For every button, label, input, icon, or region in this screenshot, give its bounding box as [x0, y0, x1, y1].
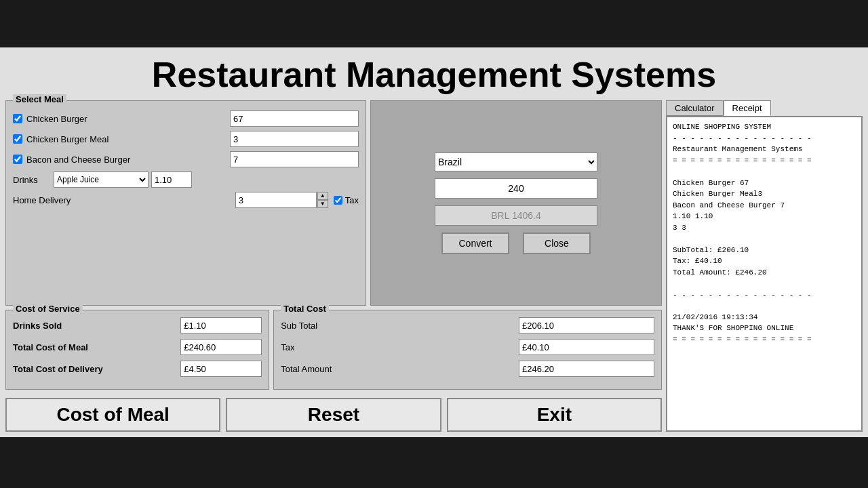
main-buttons-row: Cost of Meal Reset Exit [5, 398, 662, 432]
tax-checkbox-label: Tax [334, 195, 359, 205]
receipt-line-1: ONLINE SHOPPING SYSTEM [673, 121, 856, 133]
receipt-line-13: Tax: £40.10 [673, 256, 856, 267]
exit-button[interactable]: Exit [447, 398, 662, 432]
right-panel: Calculator Receipt ONLINE SHOPPING SYSTE… [666, 100, 863, 432]
tax-label: Tax [345, 195, 359, 205]
receipt-content[interactable]: ONLINE SHOPPING SYSTEM - - - - - - - - -… [666, 116, 863, 432]
receipt-line-17 [673, 300, 856, 312]
bacon-cheese-input[interactable] [230, 151, 359, 167]
receipt-line-15 [673, 278, 856, 289]
drinks-sold-label: Drinks Sold [13, 321, 180, 331]
converted-display: BRL 1406.4 [435, 205, 597, 226]
receipt-line-20: = = = = = = = = = = = = = = = = [673, 334, 856, 346]
currency-select[interactable]: Brazil USA EUR GBP [435, 152, 597, 171]
total-cost-meal-label: Total Cost of Meal [13, 342, 180, 352]
receipt-line-9: 1.10 1.10 [673, 211, 856, 222]
receipt-line-3: Restaurant Management Systems [673, 144, 856, 155]
cost-of-service-box: Cost of Service Drinks Sold Total Cost o… [5, 310, 269, 390]
total-cost-delivery-row: Total Cost of Delivery [13, 361, 262, 377]
receipt-line-6: Chicken Burger 67 [673, 178, 856, 189]
receipt-line-10: 3 3 [673, 222, 856, 234]
total-amount-row: Total Amount [281, 361, 654, 377]
chicken-burger-input[interactable] [230, 110, 359, 127]
bottom-panels: Cost of Service Drinks Sold Total Cost o… [5, 310, 662, 390]
close-button[interactable]: Close [523, 232, 591, 254]
drinks-select[interactable]: Apple Juice Orange Juice Water Cola [54, 171, 149, 188]
drinks-label: Drinks [13, 175, 54, 185]
delivery-down-button[interactable]: ▼ [317, 200, 328, 208]
bacon-cheese-row: Bacon and Cheese Burger [13, 151, 359, 167]
cost-of-service-title: Cost of Service [13, 304, 83, 314]
total-amount-value[interactable] [519, 361, 654, 377]
tax-checkbox[interactable] [334, 196, 342, 205]
tax-value[interactable] [519, 339, 654, 355]
total-cost-title: Total Cost [281, 304, 329, 314]
delivery-spinner-buttons: ▲ ▼ [317, 192, 328, 208]
receipt-line-8: Bacon and Cheese Burger 7 [673, 200, 856, 211]
convert-button[interactable]: Convert [441, 232, 509, 254]
select-meal-title: Select Meal [13, 94, 66, 104]
app-title: Restaurant Management Systems [5, 47, 863, 100]
reset-button[interactable]: Reset [226, 398, 441, 432]
tax-total-label: Tax [281, 342, 519, 352]
amount-input[interactable] [435, 178, 597, 199]
delivery-row: Home Delivery ▲ ▼ Tax [13, 192, 359, 208]
chicken-burger-meal-input[interactable] [230, 131, 359, 147]
delivery-label: Home Delivery [13, 195, 235, 205]
bacon-cheese-checkbox[interactable] [13, 155, 22, 164]
drinks-sold-row: Drinks Sold [13, 317, 262, 333]
chicken-burger-meal-label: Chicken Burger Meal [26, 134, 230, 144]
sub-total-row: Sub Total [281, 317, 654, 333]
total-amount-label: Total Amount [281, 364, 519, 374]
drinks-sold-value[interactable] [180, 317, 262, 333]
converter-panel: Brazil USA EUR GBP BRL 1406.4 Convert Cl… [370, 100, 662, 306]
drinks-row: Drinks Apple Juice Orange Juice Water Co… [13, 171, 359, 188]
receipt-line-11 [673, 233, 856, 245]
total-cost-meal-row: Total Cost of Meal [13, 339, 262, 355]
bacon-cheese-label: Bacon and Cheese Burger [26, 155, 230, 165]
chicken-burger-label: Chicken Burger [26, 114, 230, 124]
receipt-tab[interactable]: Receipt [724, 100, 771, 116]
receipt-line-14: Total Amount: £246.20 [673, 267, 856, 279]
chicken-burger-checkbox[interactable] [13, 114, 22, 123]
receipt-line-19: THANK'S FOR SHOPPING ONLINE [673, 323, 856, 334]
total-cost-meal-value[interactable] [180, 339, 262, 355]
calculator-tab[interactable]: Calculator [666, 100, 724, 116]
receipt-line-4: = = = = = = = = = = = = = = = = [673, 155, 856, 167]
receipt-line-18: 21/02/2016 19:13:34 [673, 312, 856, 323]
sub-total-value[interactable] [519, 317, 654, 333]
chicken-burger-meal-row: Chicken Burger Meal [13, 131, 359, 147]
cost-of-meal-button[interactable]: Cost of Meal [5, 398, 220, 432]
receipt-line-16: - - - - - - - - - - - - - - - - [673, 289, 856, 301]
delivery-input[interactable] [235, 192, 317, 208]
receipt-line-12: SubTotal: £206.10 [673, 245, 856, 256]
receipt-line-7: Chicken Burger Meal3 [673, 188, 856, 200]
receipt-line-5 [673, 166, 856, 178]
delivery-up-button[interactable]: ▲ [317, 192, 328, 200]
total-cost-delivery-value[interactable] [180, 361, 262, 377]
total-cost-box: Total Cost Sub Total Tax Total Amount [273, 310, 662, 390]
drinks-price-input[interactable] [151, 171, 192, 188]
tax-row: Tax [281, 339, 654, 355]
chicken-burger-row: Chicken Burger [13, 110, 359, 127]
tabs-row: Calculator Receipt [666, 100, 863, 116]
receipt-line-2: - - - - - - - - - - - - - - - - [673, 133, 856, 144]
total-cost-delivery-label: Total Cost of Delivery [13, 364, 180, 374]
chicken-burger-meal-checkbox[interactable] [13, 134, 22, 144]
convert-buttons: Convert Close [441, 232, 591, 254]
sub-total-label: Sub Total [281, 321, 519, 331]
